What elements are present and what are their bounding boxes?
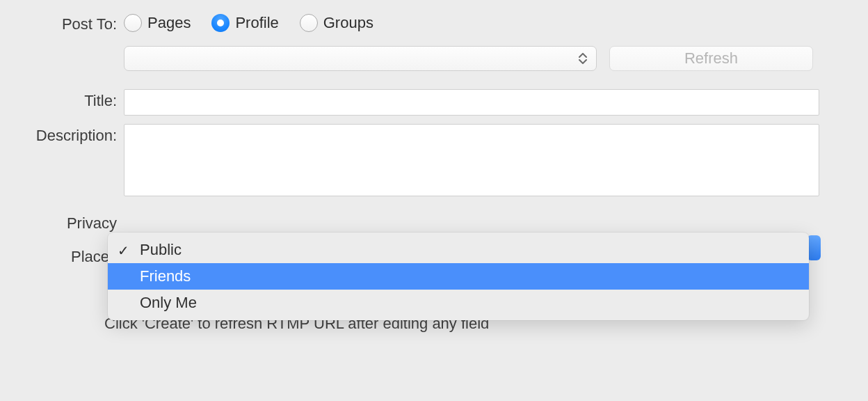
- radio-pages-label: Pages: [147, 14, 191, 32]
- form-panel: Post To: Pages Profile Groups: [0, 0, 868, 333]
- destination-label-spacer: [7, 46, 124, 49]
- privacy-option-only-me-label: Only Me: [140, 294, 197, 312]
- description-label: Description:: [7, 124, 124, 145]
- radio-icon: [124, 14, 142, 32]
- post-to-radios: Pages Profile Groups: [124, 13, 373, 32]
- chevron-up-down-icon: [577, 49, 589, 68]
- radio-icon: [300, 14, 318, 32]
- post-to-row: Post To: Pages Profile Groups: [7, 13, 868, 33]
- refresh-button[interactable]: Refresh: [609, 46, 813, 71]
- radio-pages[interactable]: Pages: [124, 14, 191, 32]
- title-label: Title:: [7, 89, 124, 110]
- radio-groups-label: Groups: [323, 14, 373, 32]
- title-input[interactable]: [124, 89, 819, 116]
- refresh-button-label: Refresh: [684, 49, 738, 68]
- radio-profile-label: Profile: [235, 14, 278, 32]
- privacy-dropdown-menu: ✓ Public Friends Only Me: [108, 233, 809, 320]
- post-to-label: Post To:: [7, 13, 124, 33]
- title-row: Title:: [7, 89, 868, 116]
- privacy-label: Privacy: [7, 210, 124, 233]
- description-textarea[interactable]: [124, 124, 819, 196]
- radio-icon: [211, 14, 230, 32]
- check-icon: ✓: [118, 242, 129, 259]
- destination-row: Refresh: [7, 46, 868, 71]
- privacy-option-public[interactable]: ✓ Public: [108, 237, 809, 263]
- radio-groups[interactable]: Groups: [300, 14, 373, 32]
- privacy-option-friends[interactable]: Friends: [108, 263, 809, 290]
- description-row: Description:: [7, 124, 868, 196]
- places-label: Places: [7, 244, 124, 266]
- privacy-select-peek: [807, 235, 821, 260]
- destination-select[interactable]: [124, 46, 597, 71]
- privacy-option-friends-label: Friends: [140, 267, 191, 285]
- privacy-option-only-me[interactable]: Only Me: [108, 290, 809, 316]
- privacy-option-public-label: Public: [140, 241, 182, 259]
- privacy-row: Privacy: [7, 210, 868, 235]
- privacy-select[interactable]: [124, 210, 819, 235]
- radio-profile[interactable]: Profile: [211, 14, 278, 32]
